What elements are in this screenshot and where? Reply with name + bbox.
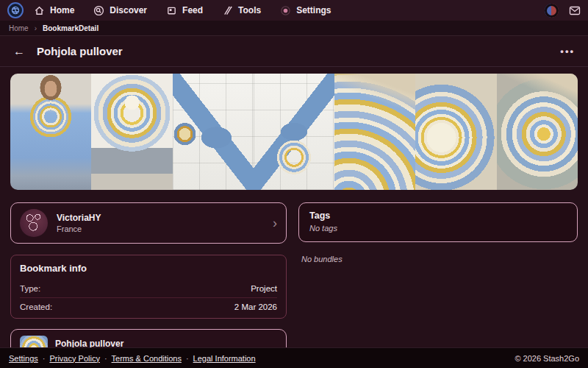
nav-tools[interactable]: Tools [222,5,261,16]
more-menu-button[interactable]: ••• [560,46,575,57]
tags-card: Tags No tags [298,202,578,242]
gallery-photo-7[interactable] [497,74,578,190]
discover-icon [93,5,104,16]
footer-copyright: © 2026 Stash2Go [514,354,579,363]
user-card-country: France [57,224,101,233]
user-card-text: VictoriaHY France [57,213,101,233]
nav-home-label: Home [50,5,74,15]
back-button[interactable]: ← [13,45,25,58]
gallery-photo-4[interactable] [254,74,334,190]
left-column: VictoriaHY France › Bookmark info Type: … [10,202,287,368]
footer-separator: · [43,354,46,363]
mail-icon[interactable] [569,6,581,15]
chevron-right-icon: › [273,216,277,230]
info-row-label: Type: [20,284,40,293]
nav-discover-label: Discover [110,5,147,15]
app-window: Home Discover Feed [0,0,588,368]
nav-discover[interactable]: Discover [93,5,147,16]
footer-separator: · [104,354,107,363]
user-card-avatar [20,209,48,237]
nav-home[interactable]: Home [34,5,74,16]
footer: Settings · Privacy Policy · Terms & Cond… [0,347,588,368]
bookmark-info-card: Bookmark info Type: Project Created: 2 M… [10,255,287,319]
user-card-username: VictoriaHY [57,213,101,223]
gallery-photo-1[interactable] [10,74,91,190]
nav-tools-label: Tools [238,5,261,15]
gallery-photo-2[interactable] [91,74,172,190]
gallery-photo-5[interactable] [334,74,415,190]
feed-icon [166,5,177,16]
nav-items: Home Discover Feed [34,5,331,16]
footer-separator: · [186,354,189,363]
right-column: Tags No tags No bundles [298,202,578,263]
gallery-photo-6[interactable] [415,74,496,190]
breadcrumb-current: BookmarkDetail [43,24,98,32]
nav-settings[interactable]: Settings [280,5,331,16]
photo-gallery [10,74,578,190]
app-logo-icon[interactable] [7,2,24,18]
home-icon [34,5,45,16]
info-row-value: Project [251,284,277,293]
page-title: Pohjola pullover [37,45,123,57]
footer-link-settings[interactable]: Settings [9,354,38,363]
gallery-photo-3[interactable] [173,74,254,190]
top-navigation: Home Discover Feed [0,0,588,21]
bookmark-info-row-type: Type: Project [20,280,277,297]
nav-right [545,4,581,18]
footer-link-legal[interactable]: Legal Information [193,354,256,363]
bookmark-info-title: Bookmark info [20,263,277,280]
settings-icon [280,5,291,16]
tags-title: Tags [309,210,567,221]
breadcrumb-home[interactable]: Home [9,24,29,32]
nav-feed-label: Feed [182,5,203,15]
breadcrumb-separator-icon: › [35,24,37,32]
nav-settings-label: Settings [296,5,331,15]
breadcrumb: Home › BookmarkDetail [0,21,588,36]
footer-link-terms[interactable]: Terms & Conditions [112,354,182,363]
content-columns: VictoriaHY France › Bookmark info Type: … [0,190,588,368]
user-avatar[interactable] [545,4,559,18]
page-header: ← Pohjola pullover ••• [0,36,588,67]
footer-link-privacy[interactable]: Privacy Policy [49,354,99,363]
info-row-value: 2 Mar 2026 [234,302,277,311]
footer-links: Settings · Privacy Policy · Terms & Cond… [9,354,256,363]
info-row-label: Created: [20,302,52,311]
bundles-empty-text: No bundles [301,255,578,263]
tools-icon [222,5,233,16]
nav-feed[interactable]: Feed [166,5,203,16]
bookmark-info-row-created: Created: 2 Mar 2026 [20,297,277,315]
tags-empty-text: No tags [309,224,567,233]
user-card[interactable]: VictoriaHY France › [10,202,287,244]
